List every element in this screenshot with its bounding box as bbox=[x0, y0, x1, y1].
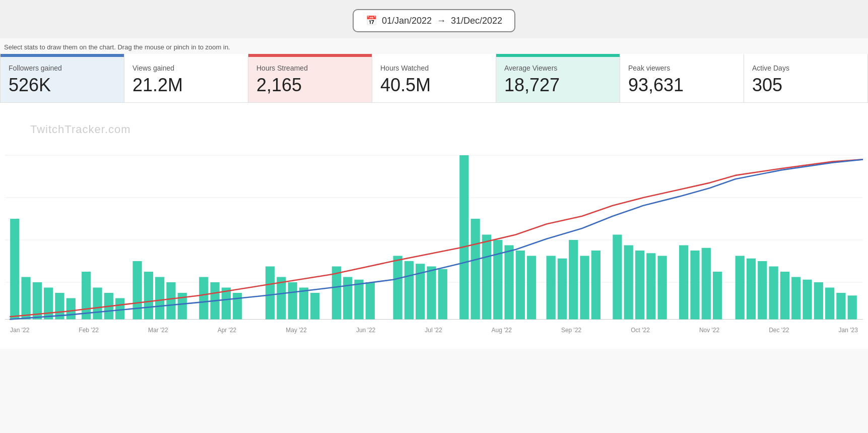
stat-bar-views bbox=[124, 54, 248, 57]
svg-rect-32 bbox=[366, 282, 375, 320]
svg-rect-63 bbox=[780, 272, 789, 320]
x-label-aug22: Aug '22 bbox=[492, 327, 512, 334]
date-range-container: 📅 01/Jan/2022 → 31/Dec/2022 bbox=[0, 0, 868, 38]
chart-container: TwitchTracker.com bbox=[0, 103, 868, 349]
stat-card-hours-streamed[interactable]: Hours Streamed2,165 bbox=[248, 54, 372, 102]
stat-value-peak-viewers: 93,631 bbox=[628, 75, 736, 95]
x-label-jan23: Jan '23 bbox=[839, 327, 858, 334]
svg-rect-11 bbox=[82, 272, 91, 320]
stat-label-active-days: Active Days bbox=[752, 64, 859, 72]
svg-rect-48 bbox=[580, 256, 589, 319]
stat-value-hours-watched: 40.5M bbox=[380, 75, 488, 95]
svg-rect-49 bbox=[591, 251, 600, 320]
stat-label-avg-viewers: Average Viewers bbox=[504, 64, 612, 72]
date-start: 01/Jan/2022 bbox=[382, 16, 432, 26]
svg-rect-55 bbox=[679, 245, 688, 319]
stat-card-active-days[interactable]: Active Days305 bbox=[744, 54, 867, 102]
svg-rect-37 bbox=[438, 269, 447, 319]
svg-rect-65 bbox=[803, 279, 812, 319]
svg-rect-36 bbox=[427, 266, 436, 319]
svg-rect-39 bbox=[471, 219, 480, 320]
stat-card-peak-viewers[interactable]: Peak viewers93,631 bbox=[620, 54, 744, 102]
svg-rect-14 bbox=[115, 298, 124, 319]
svg-rect-43 bbox=[516, 251, 525, 320]
stat-label-views: Views gained bbox=[132, 64, 240, 72]
svg-rect-61 bbox=[758, 261, 767, 320]
svg-rect-54 bbox=[657, 256, 666, 319]
svg-rect-69 bbox=[848, 295, 857, 319]
stat-card-views[interactable]: Views gained21.2M bbox=[124, 54, 248, 102]
stat-value-avg-viewers: 18,727 bbox=[504, 75, 612, 95]
stat-bar-active-days bbox=[744, 54, 867, 57]
stat-label-hours-watched: Hours Watched bbox=[380, 64, 488, 72]
svg-rect-62 bbox=[769, 266, 778, 319]
stat-bar-peak-viewers bbox=[620, 54, 744, 57]
svg-rect-12 bbox=[93, 287, 102, 319]
svg-rect-16 bbox=[144, 272, 153, 320]
svg-rect-33 bbox=[393, 256, 402, 319]
stat-label-followers: Followers gained bbox=[9, 64, 116, 72]
stat-label-peak-viewers: Peak viewers bbox=[628, 64, 736, 72]
x-label-oct22: Oct '22 bbox=[631, 327, 650, 334]
stats-row: Followers gained526KViews gained21.2MHou… bbox=[0, 54, 868, 103]
svg-rect-26 bbox=[288, 282, 297, 320]
x-label-apr22: Apr '22 bbox=[218, 327, 237, 334]
svg-rect-38 bbox=[459, 155, 469, 320]
svg-rect-31 bbox=[354, 279, 363, 319]
svg-rect-67 bbox=[825, 287, 834, 319]
svg-rect-28 bbox=[310, 293, 319, 320]
svg-rect-64 bbox=[791, 277, 800, 319]
svg-rect-59 bbox=[736, 256, 745, 319]
stat-value-views: 21.2M bbox=[132, 75, 240, 95]
stat-card-followers[interactable]: Followers gained526K bbox=[1, 54, 124, 102]
svg-rect-57 bbox=[702, 248, 711, 319]
x-label-jan22: Jan '22 bbox=[10, 327, 29, 334]
x-label-nov22: Nov '22 bbox=[699, 327, 719, 334]
svg-rect-56 bbox=[690, 251, 699, 320]
stat-bar-hours-watched bbox=[372, 54, 496, 57]
x-label-jul22: Jul '22 bbox=[425, 327, 442, 334]
svg-rect-68 bbox=[836, 293, 845, 320]
svg-rect-53 bbox=[646, 253, 655, 319]
svg-rect-41 bbox=[493, 240, 502, 320]
x-label-feb22: Feb '22 bbox=[79, 327, 99, 334]
date-end: 31/Dec/2022 bbox=[451, 16, 502, 26]
arrow-icon: → bbox=[437, 16, 446, 26]
svg-rect-17 bbox=[155, 277, 164, 319]
svg-rect-18 bbox=[166, 282, 175, 320]
calendar-icon: 📅 bbox=[366, 15, 377, 26]
svg-rect-44 bbox=[527, 256, 536, 319]
x-axis-labels: Jan '22 Feb '22 Mar '22 Apr '22 May '22 … bbox=[5, 325, 863, 334]
svg-rect-40 bbox=[482, 234, 491, 319]
main-chart bbox=[5, 113, 863, 325]
svg-rect-27 bbox=[299, 287, 308, 319]
svg-rect-58 bbox=[713, 272, 722, 320]
stat-bar-hours-streamed bbox=[248, 54, 372, 57]
svg-rect-15 bbox=[132, 261, 142, 320]
svg-rect-47 bbox=[569, 240, 578, 320]
svg-rect-10 bbox=[66, 298, 76, 319]
svg-rect-6 bbox=[21, 277, 30, 319]
svg-rect-30 bbox=[343, 277, 352, 319]
svg-rect-20 bbox=[199, 277, 208, 319]
stat-bar-avg-viewers bbox=[496, 54, 620, 57]
x-label-jun22: Jun '22 bbox=[356, 327, 375, 334]
svg-rect-51 bbox=[624, 245, 633, 319]
svg-rect-60 bbox=[747, 258, 756, 319]
hint-text: Select stats to draw them on the chart. … bbox=[0, 38, 868, 54]
x-label-sep22: Sep '22 bbox=[561, 327, 581, 334]
svg-rect-5 bbox=[10, 219, 19, 320]
svg-rect-8 bbox=[44, 287, 53, 319]
stat-bar-followers bbox=[1, 54, 124, 57]
stat-card-hours-watched[interactable]: Hours Watched40.5M bbox=[372, 54, 496, 102]
svg-rect-23 bbox=[233, 293, 242, 320]
svg-rect-46 bbox=[558, 258, 567, 319]
svg-rect-42 bbox=[504, 245, 513, 319]
date-range-button[interactable]: 📅 01/Jan/2022 → 31/Dec/2022 bbox=[353, 9, 515, 32]
top-bar: 📅 01/Jan/2022 → 31/Dec/2022 bbox=[0, 0, 868, 38]
x-label-mar22: Mar '22 bbox=[148, 327, 168, 334]
svg-rect-34 bbox=[405, 261, 414, 320]
stat-value-hours-streamed: 2,165 bbox=[256, 75, 364, 95]
svg-rect-66 bbox=[814, 282, 823, 320]
stat-card-avg-viewers[interactable]: Average Viewers18,727 bbox=[496, 54, 620, 102]
